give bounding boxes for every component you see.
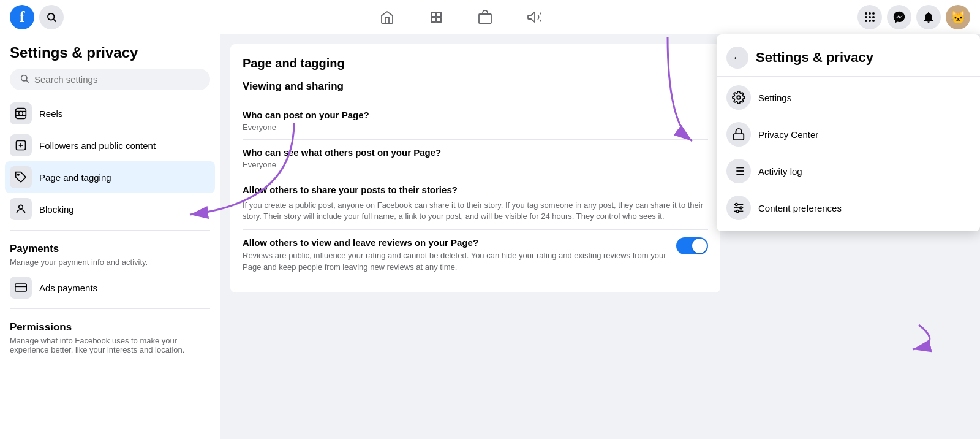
permissions-section-desc: Manage what info Facebook uses to make y…: [5, 336, 215, 359]
user-avatar[interactable]: 🐱: [946, 5, 970, 29]
global-search-button[interactable]: [39, 5, 64, 29]
sidebar-item-reels[interactable]: Reels: [5, 97, 215, 129]
svg-point-26: [19, 205, 23, 209]
svg-point-12: [872, 16, 875, 18]
followers-icon: [10, 134, 32, 156]
svg-point-41: [740, 207, 742, 209]
permissions-section-title: Permissions: [5, 314, 215, 336]
sidebar-item-followers-label: Followers and public content: [39, 140, 156, 151]
setting-label-who-can-post: Who can post on your Page?: [243, 110, 708, 120]
svg-line-1: [53, 19, 56, 21]
sidebar-item-followers[interactable]: Followers and public content: [5, 129, 215, 161]
svg-rect-2: [431, 12, 435, 17]
svg-point-29: [737, 96, 741, 99]
search-icon: [20, 74, 29, 85]
setting-label-share-stories: Allow others to share your posts to thei…: [243, 185, 458, 195]
reviews-toggle[interactable]: [676, 237, 708, 254]
dropdown-item-activity-log[interactable]: Activity log: [717, 153, 980, 189]
setting-row-reviews: Allow others to view and leave reviews o…: [243, 230, 708, 280]
dropdown-item-privacy-center[interactable]: Privacy Center: [717, 116, 980, 153]
svg-line-17: [26, 80, 29, 83]
divider-1: [10, 230, 210, 231]
search-settings-input[interactable]: [34, 74, 200, 85]
svg-point-16: [21, 75, 27, 81]
setting-row-who-can-see: Who can see what others post on your Pag…: [243, 140, 708, 177]
dropdown-item-activity-log-label: Activity log: [758, 166, 802, 177]
dropdown-item-content-prefs[interactable]: Content preferences: [717, 189, 980, 226]
svg-rect-18: [16, 109, 26, 119]
svg-rect-3: [437, 12, 441, 17]
setting-label-who-can-see: Who can see what others post on your Pag…: [243, 147, 708, 158]
sidebar-item-page-tagging[interactable]: Page and tagging: [5, 161, 215, 193]
svg-rect-6: [479, 14, 491, 23]
sidebar-item-ads-payments[interactable]: Ads payments: [5, 272, 215, 303]
divider-2: [10, 308, 210, 309]
marketplace-nav-button[interactable]: [470, 2, 500, 32]
svg-rect-27: [15, 284, 26, 291]
dropdown-item-privacy-label: Privacy Center: [758, 129, 818, 140]
back-arrow-icon: ←: [732, 52, 743, 64]
topnav: f 🐱: [0, 0, 980, 34]
dropdown-header: ← Settings & privacy: [717, 39, 980, 77]
svg-point-14: [869, 20, 871, 22]
setting-label-reviews: Allow others to view and leave reviews o…: [243, 237, 666, 248]
sidebar-item-page-tagging-label: Page and tagging: [39, 172, 111, 183]
messenger-button[interactable]: [887, 5, 911, 29]
blocking-icon: [10, 198, 32, 220]
content-prefs-icon: [726, 196, 751, 220]
topnav-center: [64, 2, 858, 32]
apps-grid-button[interactable]: [858, 5, 882, 29]
dropdown-item-content-prefs-label: Content preferences: [758, 203, 842, 213]
setting-desc-reviews: Reviews are public, influence your ratin…: [243, 250, 666, 272]
activity-log-icon: [726, 159, 751, 183]
megaphone-nav-button[interactable]: [519, 2, 549, 32]
payments-section-title: Payments: [5, 235, 215, 258]
pages-nav-button[interactable]: [421, 2, 451, 32]
svg-rect-5: [437, 18, 441, 22]
setting-value-who-can-see: Everyone: [243, 160, 708, 169]
svg-point-11: [869, 16, 871, 18]
topnav-right: 🐱: [858, 5, 970, 29]
svg-point-25: [18, 174, 20, 176]
svg-point-13: [865, 20, 867, 22]
svg-point-19: [19, 112, 23, 116]
dropdown-item-settings-label: Settings: [758, 93, 791, 103]
settings-sidebar: Settings & privacy Reels Followers and p…: [0, 34, 221, 439]
main-panel-title: Page and tagging: [243, 56, 708, 71]
home-nav-button[interactable]: [372, 2, 402, 32]
payments-section-desc: Manage your payment info and activity.: [5, 258, 215, 272]
svg-rect-30: [734, 134, 744, 140]
svg-point-8: [869, 12, 871, 15]
facebook-logo[interactable]: f: [10, 5, 34, 29]
setting-desc-share-stories: If you create a public post, anyone on F…: [243, 200, 708, 222]
sidebar-item-reels-label: Reels: [39, 109, 62, 119]
svg-rect-4: [431, 18, 435, 22]
main-panel: Page and tagging Viewing and sharing Who…: [230, 44, 720, 292]
settings-privacy-dropdown: ← Settings & privacy Settings Privacy Ce…: [717, 34, 980, 231]
sidebar-item-blocking[interactable]: Blocking: [5, 193, 215, 225]
setting-row-share-stories: Allow others to share your posts to thei…: [243, 177, 708, 230]
sidebar-title: Settings & privacy: [5, 44, 215, 69]
dropdown-title: Settings & privacy: [756, 50, 873, 66]
svg-point-10: [865, 16, 867, 18]
reels-icon: [10, 102, 32, 124]
svg-point-42: [736, 210, 739, 213]
svg-point-7: [865, 12, 867, 15]
dropdown-back-button[interactable]: ←: [726, 47, 748, 69]
setting-row-who-can-post: Who can post on your Page? Everyone: [243, 102, 708, 140]
setting-value-who-can-post: Everyone: [243, 123, 708, 132]
sidebar-item-ads-payments-label: Ads payments: [39, 283, 97, 293]
svg-point-15: [872, 20, 875, 22]
page-tagging-icon: [10, 166, 32, 188]
toggle-knob: [692, 239, 707, 253]
section-heading-viewing-sharing: Viewing and sharing: [243, 80, 708, 93]
svg-point-0: [48, 13, 55, 20]
ads-payments-icon: [10, 277, 32, 299]
privacy-center-icon: [726, 122, 751, 147]
search-settings-box[interactable]: [10, 69, 210, 90]
dropdown-item-settings[interactable]: Settings: [717, 79, 980, 116]
sidebar-item-blocking-label: Blocking: [39, 204, 74, 215]
svg-point-9: [872, 12, 875, 15]
settings-icon: [726, 85, 751, 110]
notifications-button[interactable]: [916, 5, 941, 29]
